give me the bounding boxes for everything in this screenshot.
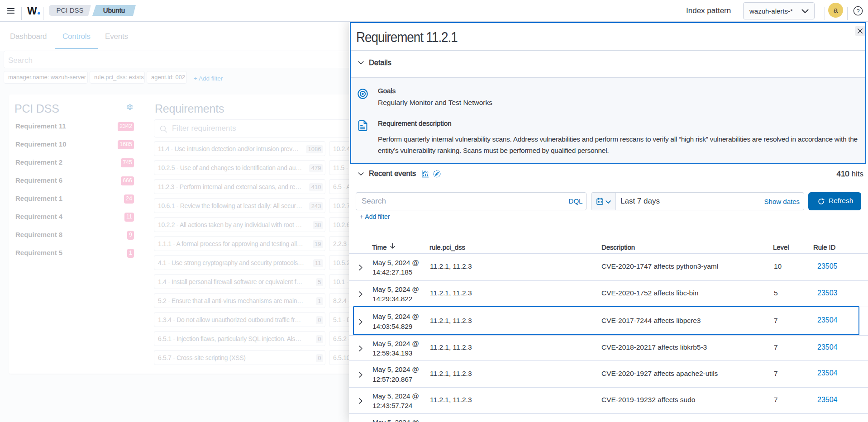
svg-text:?: ? [856,8,859,14]
